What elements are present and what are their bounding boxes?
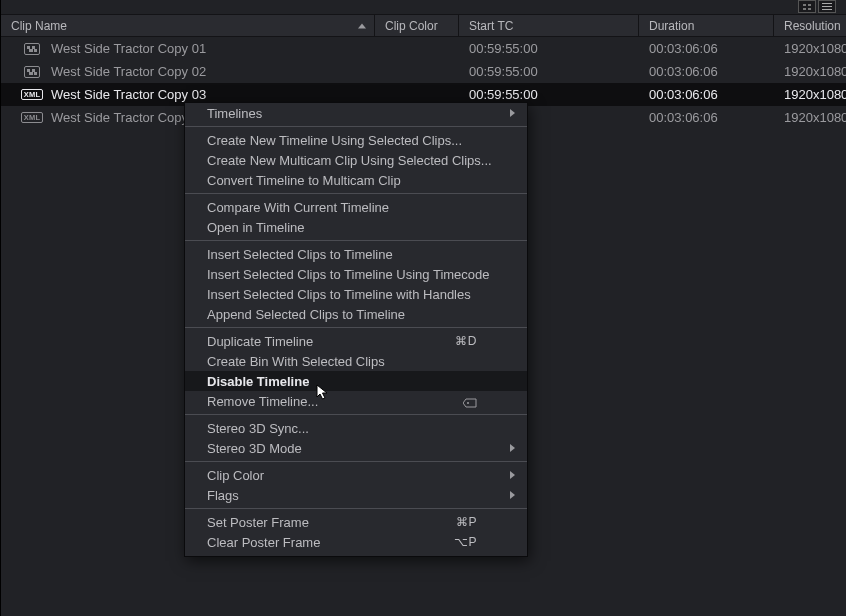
menu-bottom-pad [185, 552, 527, 556]
menu-item-convert-multicam[interactable]: Convert Timeline to Multicam Clip [185, 170, 527, 190]
menu-item-remove[interactable]: Remove Timeline... [185, 391, 527, 411]
sort-ascending-icon [358, 23, 366, 28]
xml-badge-icon: XML [17, 89, 47, 101]
menu-separator [185, 508, 527, 509]
menu-item-label: Create New Multicam Clip Using Selected … [207, 153, 492, 168]
menu-item-label: Stereo 3D Sync... [207, 421, 309, 436]
xml-badge-icon: XML [17, 112, 47, 124]
menu-item-label: Timelines [207, 106, 262, 121]
menu-separator [185, 414, 527, 415]
menu-item-append[interactable]: Append Selected Clips to Timeline [185, 304, 527, 324]
column-header-start-tc[interactable]: Start TC [459, 15, 639, 36]
xml-badge-label: XML [21, 89, 43, 101]
menu-item-flags[interactable]: Flags [185, 485, 527, 505]
menu-item-clip-color[interactable]: Clip Color [185, 465, 527, 485]
submenu-arrow-icon [510, 109, 515, 117]
menu-item-disable[interactable]: Disable Timeline [185, 371, 527, 391]
menu-item-label: Append Selected Clips to Timeline [207, 307, 405, 322]
column-header-label: Duration [649, 19, 694, 33]
shortcut-label: ⌘P [456, 515, 477, 529]
menu-separator [185, 126, 527, 127]
menu-item-label: Create New Timeline Using Selected Clips… [207, 133, 462, 148]
column-header-clip-color[interactable]: Clip Color [375, 15, 459, 36]
menu-item-duplicate[interactable]: Duplicate Timeline ⌘D [185, 331, 527, 351]
menu-separator [185, 327, 527, 328]
clip-name-cell: West Side Tractor Copy 02 [47, 64, 375, 79]
menu-item-label: Duplicate Timeline [207, 334, 313, 349]
menu-item-open[interactable]: Open in Timeline [185, 217, 527, 237]
menu-separator [185, 240, 527, 241]
menu-item-insert-handles[interactable]: Insert Selected Clips to Timeline with H… [185, 284, 527, 304]
menu-item-timelines[interactable]: Timelines [185, 103, 527, 123]
menu-item-label: Open in Timeline [207, 220, 305, 235]
menu-item-set-poster[interactable]: Set Poster Frame ⌘P [185, 512, 527, 532]
column-header-label: Resolution [784, 19, 841, 33]
column-header-label: Clip Color [385, 19, 438, 33]
duration-cell: 00:03:06:06 [639, 41, 774, 56]
menu-item-label: Insert Selected Clips to Timeline Using … [207, 267, 490, 282]
start-tc-cell: 00:59:55:00 [459, 87, 639, 102]
column-header-duration[interactable]: Duration [639, 15, 774, 36]
menu-item-create-bin[interactable]: Create Bin With Selected Clips [185, 351, 527, 371]
menu-item-label: Disable Timeline [207, 374, 309, 389]
resolution-cell: 1920x1080 [774, 87, 846, 102]
menu-item-insert[interactable]: Insert Selected Clips to Timeline [185, 244, 527, 264]
menu-item-create-timeline[interactable]: Create New Timeline Using Selected Clips… [185, 130, 527, 150]
clip-row[interactable]: West Side Tractor Copy 0100:59:55:0000:0… [1, 37, 846, 60]
menu-item-label: Insert Selected Clips to Timeline with H… [207, 287, 471, 302]
menu-item-stereo-sync[interactable]: Stereo 3D Sync... [185, 418, 527, 438]
column-header-resolution[interactable]: Resolution [774, 15, 846, 36]
menu-item-label: Insert Selected Clips to Timeline [207, 247, 393, 262]
duration-cell: 00:03:06:06 [639, 64, 774, 79]
xml-badge-label: XML [21, 112, 43, 124]
menu-item-clear-poster[interactable]: Clear Poster Frame ⌥P [185, 532, 527, 552]
column-header-label: Start TC [469, 19, 513, 33]
timeline-icon [24, 66, 40, 78]
timeline-icon [17, 43, 47, 55]
menu-separator [185, 193, 527, 194]
menu-item-stereo-mode[interactable]: Stereo 3D Mode [185, 438, 527, 458]
menu-item-compare[interactable]: Compare With Current Timeline [185, 197, 527, 217]
menu-item-label: Stereo 3D Mode [207, 441, 302, 456]
menu-item-label: Create Bin With Selected Clips [207, 354, 385, 369]
timeline-icon [24, 43, 40, 55]
menu-item-label: Flags [207, 488, 239, 503]
duration-cell: 00:03:06:06 [639, 87, 774, 102]
submenu-arrow-icon [510, 444, 515, 452]
resolution-cell: 1920x1080 [774, 64, 846, 79]
thumbnail-view-icon[interactable] [798, 0, 816, 13]
tag-icon [463, 396, 477, 406]
list-view-icon[interactable] [818, 0, 836, 13]
submenu-arrow-icon [510, 471, 515, 479]
column-header-row: Clip Name Clip Color Start TC Duration R… [1, 14, 846, 37]
resolution-cell: 1920x1080 [774, 110, 846, 125]
clip-name-cell: West Side Tractor Copy 01 [47, 41, 375, 56]
menu-item-label: Compare With Current Timeline [207, 200, 389, 215]
shortcut-label: ⌘D [455, 334, 477, 348]
menu-separator [185, 461, 527, 462]
timeline-icon [17, 66, 47, 78]
clip-name-cell: West Side Tractor Copy 03 [47, 87, 375, 102]
menu-item-create-multicam[interactable]: Create New Multicam Clip Using Selected … [185, 150, 527, 170]
resolution-cell: 1920x1080 [774, 41, 846, 56]
menu-item-label: Clear Poster Frame [207, 535, 320, 550]
context-menu: Timelines Create New Timeline Using Sele… [184, 102, 528, 557]
start-tc-cell: 00:59:55:00 [459, 64, 639, 79]
menu-item-label: Remove Timeline... [207, 394, 318, 409]
shortcut-label: ⌥P [454, 535, 477, 549]
duration-cell: 00:03:06:06 [639, 110, 774, 125]
menu-item-label: Set Poster Frame [207, 515, 309, 530]
submenu-arrow-icon [510, 491, 515, 499]
menu-item-insert-tc[interactable]: Insert Selected Clips to Timeline Using … [185, 264, 527, 284]
clip-row[interactable]: West Side Tractor Copy 0200:59:55:0000:0… [1, 60, 846, 83]
column-header-label: Clip Name [11, 19, 67, 33]
start-tc-cell: 00:59:55:00 [459, 41, 639, 56]
menu-item-label: Clip Color [207, 468, 264, 483]
column-header-clip-name[interactable]: Clip Name [1, 15, 375, 36]
menu-item-label: Convert Timeline to Multicam Clip [207, 173, 401, 188]
svg-point-0 [467, 402, 469, 404]
